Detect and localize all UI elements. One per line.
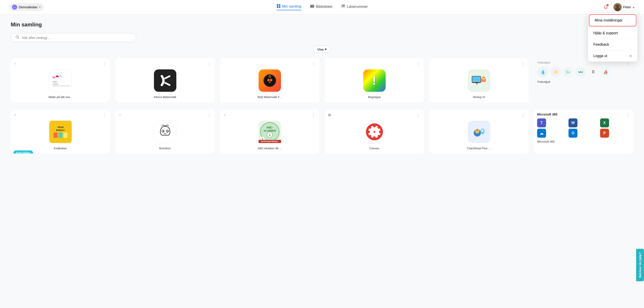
svg-point-44 [163,131,164,132]
more-options-icon[interactable]: ⋮ [626,113,630,117]
dropdown-item-feedback[interactable]: Feedback [588,39,637,50]
fokusljud-icon-wind[interactable]: 🌬️ [563,67,574,77]
more-options-icon[interactable]: ⋮ [416,113,420,117]
svg-point-11 [344,5,345,6]
more-options-icon[interactable]: ⋮ [207,62,211,66]
more-options-icon[interactable]: ⋮ [102,113,106,117]
card-ms365[interactable]: Microsoft 365 ⋮ T W X ☁ O P Microsoft 36… [534,109,633,154]
nav-item-min-samling[interactable]: Min samling [276,4,301,10]
svg-point-57 [379,130,382,133]
ms365-excel[interactable]: X [600,118,609,127]
card-image-buhobox [154,121,176,143]
card-image-matte: M matte centrum MATTE PÅ LÄTTARE SVENSKA [49,69,72,92]
fokusljud-icon-dots[interactable]: ⠿ [588,67,598,77]
svg-point-39 [482,76,485,80]
card-image-abc: ABC- KLUBBEN 1 1 EXTRAMATERIAL [258,121,281,143]
card-image-kikora [154,69,176,92]
card-abc[interactable]: ≡ ⋮ ABC- KLUBBEN 1 1 EXTRAMATERIAL ABC-k… [220,109,319,154]
nav-item-lararrummet[interactable]: Lärarrummet [341,4,368,10]
visa-label: Visa [317,47,324,51]
fokusljud-icon-water[interactable]: 💧 [538,67,548,77]
svg-point-40 [482,77,483,78]
search-bar[interactable] [11,33,136,42]
more-options-icon[interactable]: ⋮ [521,113,525,117]
visa-filter-button[interactable]: Visa ▾ [313,46,331,53]
notification-dot [607,4,608,6]
more-options-icon[interactable]: ⋮ [312,62,316,66]
page-title: Min samling [11,21,633,28]
fokusljud-icon-wave[interactable]: 〰️ [575,67,586,77]
svg-rect-4 [277,6,278,8]
school-selector[interactable]: D Demoskolan ▾ [9,3,44,11]
svg-rect-9 [313,5,314,7]
card-begreppa[interactable]: ⋮ ! Begreppa [325,58,424,102]
search-icon [16,35,20,40]
svg-text:3: 3 [274,74,276,76]
card-image-begreppa: ! [363,69,386,92]
more-options-icon[interactable]: ⋮ [521,62,525,66]
main-content: Min samling Visa ▾ ≡ ⋮ [0,14,644,168]
more-options-icon[interactable]: ⋮ [312,113,316,117]
fokusljud-label: Fokusljud [538,61,550,65]
svg-point-60 [369,135,371,137]
card-skolup[interactable]: ⋮ [429,58,528,102]
cards-row-2: ≡ ⋮ <Kodboken> Kodboken Kom-igång [11,109,633,154]
school-chevron-icon: ▾ [39,5,40,9]
svg-rect-8 [312,5,312,7]
svg-text:centrum: centrum [53,83,58,85]
svg-point-53 [374,131,375,133]
drag-handle-icon: ≡ [14,113,16,117]
card-kodboken[interactable]: ≡ ⋮ <Kodboken> Kodboken Kom-igång [11,109,110,154]
svg-point-55 [373,136,376,139]
visa-chevron-icon: ▾ [325,47,327,51]
dropdown-item-help[interactable]: Hjälp & support [588,27,637,39]
card-fokusljud[interactable]: Fokusljud ⋮ 💧 ✨ 🌬️ 〰️ ⠿ ⛵ Fokusljud [534,58,633,102]
user-menu-button[interactable]: Peter ▲ [614,3,635,11]
ms365-onedrive[interactable]: ☁ [537,129,546,138]
card-title-begreppa: Begreppa [368,95,380,99]
card-matte[interactable]: ≡ ⋮ M matte centrum MATTE PÅ LÄTTARE SVE… [11,58,110,102]
card-image-canvas [363,121,386,143]
more-options-icon[interactable]: ⋮ [102,62,106,66]
fokusljud-icon-sparkle[interactable]: ✨ [550,67,561,77]
card-canvas[interactable]: ⧉ ⋮ [325,109,424,154]
ms365-outlook[interactable]: O [568,129,578,138]
search-input[interactable] [22,36,132,40]
svg-rect-7 [311,5,312,7]
help-label: Hjälp & support [593,31,618,35]
card-claroread[interactable]: ⋮ ClaroRead Plus ... [429,109,528,154]
card-title-fokusljud: Fokusljud [538,80,630,83]
more-options-icon[interactable]: ⋮ [207,113,211,117]
logout-icon: ⎋ [630,54,632,58]
header: D Demoskolan ▾ Min samling [0,0,644,14]
card-kikora[interactable]: ⋮ Kikora Matematik [116,58,215,102]
svg-text:KLUBBEN: KLUBBEN [264,129,276,132]
cards-row-1: ≡ ⋮ M matte centrum MATTE PÅ LÄTTARE SVE… [11,58,633,102]
svg-text:D: D [14,6,15,8]
nav-label-lararrummet: Lärarrummet [347,5,368,9]
card-moji[interactable]: ⋮ 4 3 1 2 Moji Ma [220,58,319,102]
help-button[interactable]: Behöver du hjälp? [636,249,644,281]
ms365-powerpoint[interactable]: P [600,129,609,138]
dropdown-item-logout[interactable]: Logga ut ⎋ [588,50,637,61]
dropdown-item-settings[interactable]: Mina inställningar [589,14,636,26]
fokusljud-icon-sail[interactable]: ⛵ [600,67,611,77]
svg-point-21 [157,73,173,88]
nav-right: Peter ▲ [602,3,635,11]
card-title-ms365: Microsoft 365 [537,140,630,143]
svg-point-56 [367,130,370,133]
drag-handle-icon: ≡ [14,62,16,66]
svg-rect-3 [279,4,280,6]
ms365-word[interactable]: W [568,118,578,127]
grid-icon [276,4,280,9]
more-options-icon[interactable]: ⋮ [416,62,420,66]
card-title-kodboken: Kodboken [54,147,67,150]
card-title-matte: Matte på lätt sve... [48,95,72,99]
nav-item-biblioteket[interactable]: Biblioteket [310,4,332,10]
help-button-label: Behöver du hjälp? [638,252,642,278]
ms365-teams[interactable]: T [537,118,546,127]
card-title-claroread: ClaroRead Plus ... [467,147,491,150]
notification-button[interactable] [602,3,610,11]
card-buhobox[interactable]: ≡ ⋮ Buhobox [116,109,215,154]
svg-point-58 [369,126,371,129]
